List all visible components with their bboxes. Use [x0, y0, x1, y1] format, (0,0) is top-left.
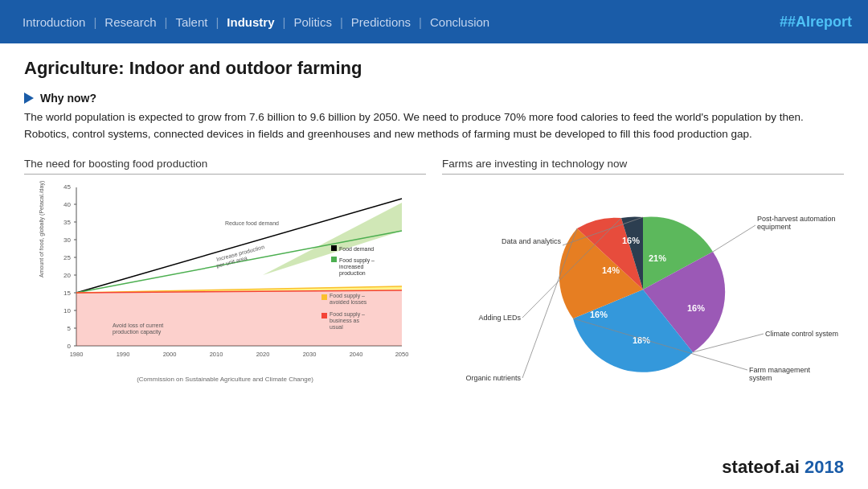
svg-text:business as: business as	[330, 318, 359, 323]
svg-text:avoided losses: avoided losses	[330, 299, 367, 305]
nav-sep-3: |	[214, 15, 220, 29]
line-chart-svg: 0 5 10 15 20 25 30 35 40 45	[24, 181, 426, 374]
pie-chart-title: Farms are investing in technology now	[442, 158, 844, 175]
svg-text:40: 40	[63, 201, 71, 208]
svg-text:10: 10	[63, 307, 71, 314]
svg-text:35: 35	[63, 219, 71, 226]
svg-text:production: production	[339, 270, 366, 277]
nav-item-research[interactable]: Research	[98, 15, 162, 29]
svg-text:Data and analytics: Data and analytics	[502, 237, 562, 245]
nav-item-introduction[interactable]: Introduction	[16, 15, 92, 29]
svg-text:system: system	[749, 374, 772, 382]
svg-text:2030: 2030	[303, 351, 317, 358]
svg-text:1990: 1990	[117, 351, 130, 358]
svg-text:Amount of food, globally (Peta: Amount of food, globally (Petacal./day)	[39, 181, 45, 277]
nav-sep-5: |	[338, 15, 345, 29]
svg-text:Adding LEDs: Adding LEDs	[478, 314, 521, 322]
line-chart-wrap: 0 5 10 15 20 25 30 35 40 45	[24, 181, 426, 374]
why-now-label: Why now?	[40, 92, 96, 105]
svg-text:Food supply –: Food supply –	[330, 293, 365, 299]
footer-text: stateof.ai	[722, 457, 800, 477]
svg-text:45: 45	[63, 183, 71, 191]
svg-text:Food supply –: Food supply –	[339, 257, 375, 264]
svg-text:16%: 16%	[622, 236, 640, 245]
svg-text:1980: 1980	[70, 351, 84, 358]
svg-text:Climate control system: Climate control system	[765, 330, 838, 338]
svg-rect-37	[331, 257, 337, 262]
why-now-section: Why now? The world population is expecte…	[24, 92, 844, 143]
page-title: Agriculture: Indoor and outdoor farming	[24, 58, 844, 79]
svg-text:15: 15	[63, 290, 71, 297]
svg-marker-30	[263, 203, 402, 275]
nav-item-talent[interactable]: Talent	[169, 15, 214, 29]
svg-text:Reduce food demand: Reduce food demand	[225, 220, 279, 226]
why-now-header: Why now?	[24, 92, 844, 105]
svg-text:0: 0	[68, 343, 72, 350]
nav-bar: Introduction | Research | Talent | Indus…	[0, 0, 868, 43]
chart-source: (Commission on Sustainable Agriculture a…	[24, 376, 426, 383]
footer: stateof.ai 2018	[722, 457, 844, 478]
nav-links: Introduction | Research | Talent | Indus…	[16, 15, 496, 29]
footer-year: 2018	[805, 457, 844, 477]
nav-sep-1: |	[92, 15, 98, 29]
svg-text:Food supply –: Food supply –	[330, 311, 365, 318]
pie-chart-container: Farms are investing in technology now	[442, 158, 844, 390]
nav-sep-6: |	[417, 15, 424, 29]
pie-chart-wrap: 21% 16% 18% 16% 14% 16% Data and analyti…	[442, 181, 844, 390]
svg-text:5: 5	[68, 325, 72, 332]
svg-text:25: 25	[63, 254, 71, 261]
svg-text:2000: 2000	[163, 351, 177, 358]
nav-sep-4: |	[281, 15, 288, 29]
svg-text:2050: 2050	[395, 351, 409, 358]
nav-item-industry[interactable]: Industry	[220, 15, 280, 29]
svg-text:production capacity: production capacity	[113, 329, 162, 335]
nav-item-predictions[interactable]: Predictions	[345, 15, 417, 29]
svg-text:16%: 16%	[590, 310, 608, 319]
svg-rect-34	[331, 245, 337, 251]
svg-text:Food demand: Food demand	[339, 246, 374, 252]
svg-line-63	[713, 225, 755, 252]
svg-text:increased: increased	[339, 264, 363, 269]
svg-text:14%: 14%	[602, 265, 620, 275]
nav-hashtag: ##AIreport	[780, 14, 852, 31]
svg-text:Farm management: Farm management	[749, 366, 811, 374]
pie-chart-svg: 21% 16% 18% 16% 14% 16% Data and analyti…	[442, 181, 844, 390]
line-chart-container: The need for boosting food production 0 …	[24, 158, 426, 383]
svg-text:equipment: equipment	[757, 223, 792, 231]
svg-text:usual: usual	[330, 324, 343, 330]
svg-text:30: 30	[63, 236, 71, 244]
svg-text:20: 20	[63, 272, 71, 279]
svg-rect-48	[321, 294, 327, 300]
line-chart-title: The need for boosting food production	[24, 158, 426, 175]
svg-text:Avoid loss of current: Avoid loss of current	[113, 323, 163, 328]
charts-row: The need for boosting food production 0 …	[24, 158, 844, 390]
svg-text:2020: 2020	[256, 351, 270, 358]
svg-rect-52	[321, 313, 327, 318]
svg-text:2010: 2010	[210, 351, 223, 358]
nav-item-conclusion[interactable]: Conclusion	[424, 15, 496, 29]
svg-text:16%: 16%	[687, 303, 705, 313]
svg-text:21%: 21%	[649, 253, 666, 263]
why-now-text: The world population is expected to grow…	[24, 109, 836, 143]
nav-sep-2: |	[163, 15, 170, 29]
nav-item-politics[interactable]: Politics	[287, 15, 338, 29]
svg-text:Post-harvest automation: Post-harvest automation	[757, 215, 836, 223]
triangle-icon	[24, 92, 34, 104]
svg-text:Organic nutrients: Organic nutrients	[465, 374, 521, 382]
svg-text:2040: 2040	[350, 351, 363, 358]
main-content: Agriculture: Indoor and outdoor farming …	[0, 43, 868, 398]
